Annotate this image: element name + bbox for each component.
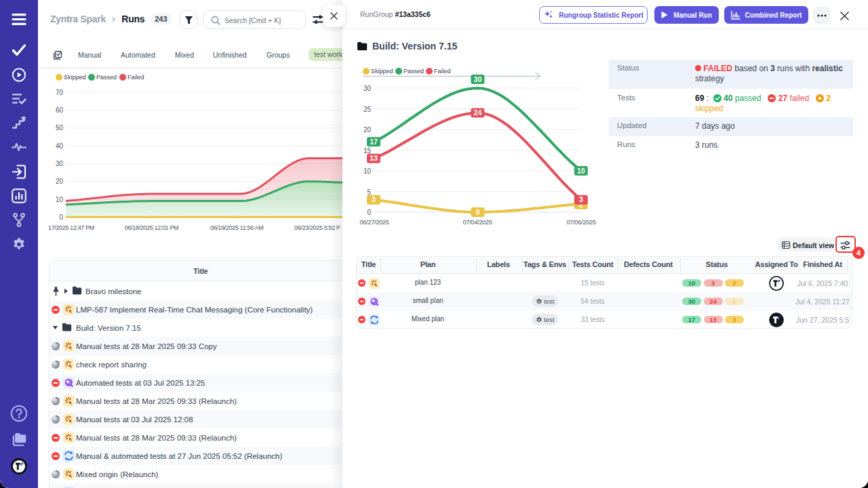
svg-text:20: 20: [363, 126, 372, 134]
svg-text:17/2025 12:47 PM: 17/2025 12:47 PM: [48, 224, 94, 231]
svg-text:10: 10: [577, 167, 585, 175]
svg-text:07/06/2025: 07/06/2025: [567, 219, 596, 226]
svg-text:10: 10: [56, 196, 64, 203]
svg-text:06/19/2025 11:56 AM: 06/19/2025 11:56 AM: [210, 224, 263, 231]
svg-text:Passed: Passed: [403, 68, 424, 75]
svg-text:3: 3: [579, 195, 583, 203]
svg-text:17: 17: [370, 138, 378, 146]
svg-text:50: 50: [56, 124, 64, 131]
svg-text:40: 40: [56, 142, 64, 150]
svg-text:07/04/2025: 07/04/2025: [463, 219, 492, 226]
svg-text:20: 20: [56, 178, 64, 185]
svg-text:13: 13: [370, 154, 378, 162]
svg-text:25: 25: [363, 106, 372, 113]
svg-text:3: 3: [372, 195, 376, 203]
svg-text:06/18/2025 12:01 PM: 06/18/2025 12:01 PM: [125, 224, 178, 231]
svg-text:15: 15: [363, 147, 372, 155]
svg-text:10: 10: [363, 167, 372, 175]
svg-text:70: 70: [56, 89, 64, 96]
svg-text:Skipped: Skipped: [371, 68, 393, 75]
svg-text:0: 0: [475, 208, 479, 216]
svg-text:60: 60: [56, 106, 64, 114]
svg-text:30: 30: [56, 160, 64, 167]
svg-text:30: 30: [363, 85, 372, 92]
svg-text:0: 0: [367, 209, 371, 216]
svg-text:0: 0: [59, 214, 63, 221]
svg-text:5: 5: [367, 188, 371, 196]
svg-text:06/27/2025: 06/27/2025: [360, 219, 389, 226]
svg-text:24: 24: [474, 108, 482, 117]
svg-text:06/23/2025 5:52 P: 06/23/2025 5:52 P: [294, 224, 340, 231]
svg-text:30: 30: [474, 75, 482, 83]
svg-text:Failed: Failed: [434, 68, 451, 75]
